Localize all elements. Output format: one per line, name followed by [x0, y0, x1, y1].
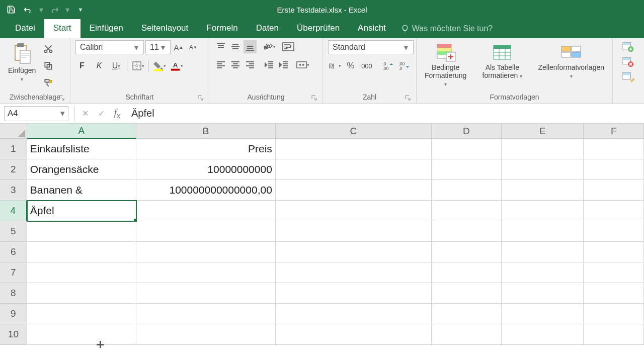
cell-A5[interactable]	[27, 221, 136, 242]
tab-view[interactable]: Ansicht	[349, 18, 395, 38]
cell-F3[interactable]	[584, 180, 644, 201]
column-header[interactable]: E	[502, 124, 584, 139]
number-format-combo[interactable]: Standard▾	[328, 40, 414, 54]
row-header[interactable]: 5	[0, 221, 27, 242]
cell-E9[interactable]	[502, 304, 584, 324]
cell-F6[interactable]	[584, 242, 644, 262]
decrease-font-button[interactable]: A▼	[187, 41, 200, 54]
cell-B4[interactable]	[136, 201, 276, 221]
accounting-format-button[interactable]: ₪▾	[328, 59, 341, 72]
tab-home[interactable]: Start	[44, 18, 80, 38]
cell-F8[interactable]	[584, 283, 644, 304]
format-as-table-button[interactable]: Als Tabelle formatieren ▾	[478, 40, 526, 81]
cell-D2[interactable]	[432, 159, 502, 180]
cell-C7[interactable]	[276, 262, 432, 283]
increase-decimal-button[interactable]: ,0,00	[381, 59, 394, 72]
percent-button[interactable]: %	[344, 59, 357, 72]
font-size-combo[interactable]: 11▾	[145, 40, 171, 54]
cell-B2[interactable]: 10000000000	[136, 159, 276, 180]
column-header[interactable]: A	[27, 124, 136, 139]
dialog-launcher-icon[interactable]	[59, 95, 65, 101]
row-header[interactable]: 1	[0, 139, 27, 159]
cell-F9[interactable]	[584, 304, 644, 324]
cell-A2[interactable]: Orangensäcke	[27, 159, 136, 180]
tab-pagelayout[interactable]: Seitenlayout	[132, 18, 198, 38]
cell-C3[interactable]	[276, 180, 432, 201]
cell-C6[interactable]	[276, 242, 432, 262]
cell-A4[interactable]: Äpfel	[27, 201, 136, 221]
cell-C9[interactable]	[276, 304, 432, 324]
comma-button[interactable]: 000	[360, 59, 373, 72]
name-box[interactable]: A4▾	[4, 106, 68, 121]
cell-C1[interactable]	[276, 139, 432, 159]
tell-me-search[interactable]: Was möchten Sie tun?	[395, 19, 499, 38]
column-header[interactable]: C	[276, 124, 432, 139]
cell-B5[interactable]	[136, 221, 276, 242]
borders-button[interactable]: ▾	[131, 59, 144, 72]
tab-review[interactable]: Überprüfen	[288, 18, 349, 38]
merge-center-button[interactable]: ▾	[296, 58, 309, 71]
format-cells-button[interactable]	[621, 70, 634, 83]
row-header[interactable]: 8	[0, 283, 27, 304]
orientation-button[interactable]: ab▾	[263, 40, 276, 53]
dialog-launcher-icon[interactable]	[311, 95, 317, 101]
column-header[interactable]: F	[584, 124, 644, 139]
cell-E6[interactable]	[502, 242, 584, 262]
cell-E1[interactable]	[502, 139, 584, 159]
cell-B6[interactable]	[136, 242, 276, 262]
increase-indent-button[interactable]	[277, 58, 290, 71]
redo-button[interactable]	[47, 3, 61, 17]
row-header[interactable]: 2	[0, 159, 27, 180]
font-color-button[interactable]: A▾	[170, 59, 183, 72]
cell-D6[interactable]	[432, 242, 502, 262]
fill-color-button[interactable]: ▾	[153, 59, 166, 72]
align-top-button[interactable]	[214, 40, 227, 53]
spreadsheet-grid[interactable]: ABCDEF1EinkaufslistePreis2Orangensäcke10…	[0, 124, 644, 345]
cell-C5[interactable]	[276, 221, 432, 242]
tab-data[interactable]: Daten	[247, 18, 288, 38]
column-header[interactable]: D	[432, 124, 502, 139]
column-header[interactable]: B	[136, 124, 276, 139]
row-header[interactable]: 10	[0, 324, 27, 345]
enter-formula-button[interactable]: ✓	[93, 106, 109, 121]
insert-function-button[interactable]: fx	[109, 106, 125, 121]
row-header[interactable]: 6	[0, 242, 27, 262]
cell-A1[interactable]: Einkaufsliste	[27, 139, 136, 159]
cell-D10[interactable]	[432, 324, 502, 345]
align-center-button[interactable]	[229, 58, 242, 71]
cancel-formula-button[interactable]: ✕	[77, 106, 93, 121]
cell-E2[interactable]	[502, 159, 584, 180]
cell-E8[interactable]	[502, 283, 584, 304]
cell-F5[interactable]	[584, 221, 644, 242]
conditional-formatting-button[interactable]: Bedingte Formatierung ▾	[422, 40, 469, 89]
increase-font-button[interactable]: A▲	[172, 41, 185, 54]
cell-D5[interactable]	[432, 221, 502, 242]
tab-insert[interactable]: Einfügen	[80, 18, 132, 38]
font-name-combo[interactable]: Calibri▾	[75, 40, 144, 54]
bold-button[interactable]: F	[75, 59, 89, 72]
row-header[interactable]: 7	[0, 262, 27, 283]
cell-C10[interactable]	[276, 324, 432, 345]
cell-B8[interactable]	[136, 283, 276, 304]
copy-button[interactable]	[42, 59, 55, 72]
row-header[interactable]: 3	[0, 180, 27, 201]
tab-file[interactable]: Datei	[6, 18, 44, 38]
dialog-launcher-icon[interactable]	[198, 95, 204, 101]
dialog-launcher-icon[interactable]	[405, 95, 411, 101]
cell-E5[interactable]	[502, 221, 584, 242]
cell-D4[interactable]	[432, 201, 502, 221]
align-bottom-button[interactable]	[244, 40, 257, 53]
cell-C4[interactable]	[276, 201, 432, 221]
cell-D8[interactable]	[432, 283, 502, 304]
insert-cells-button[interactable]	[621, 40, 634, 53]
cell-B9[interactable]	[136, 304, 276, 324]
cell-C8[interactable]	[276, 283, 432, 304]
cell-A10[interactable]	[27, 324, 136, 345]
cell-A6[interactable]	[27, 242, 136, 262]
cell-D9[interactable]	[432, 304, 502, 324]
cell-E7[interactable]	[502, 262, 584, 283]
cell-D3[interactable]	[432, 180, 502, 201]
cell-F7[interactable]	[584, 262, 644, 283]
cell-styles-button[interactable]: Zellenformatvorlagen ▾	[535, 40, 607, 81]
cell-B7[interactable]	[136, 262, 276, 283]
